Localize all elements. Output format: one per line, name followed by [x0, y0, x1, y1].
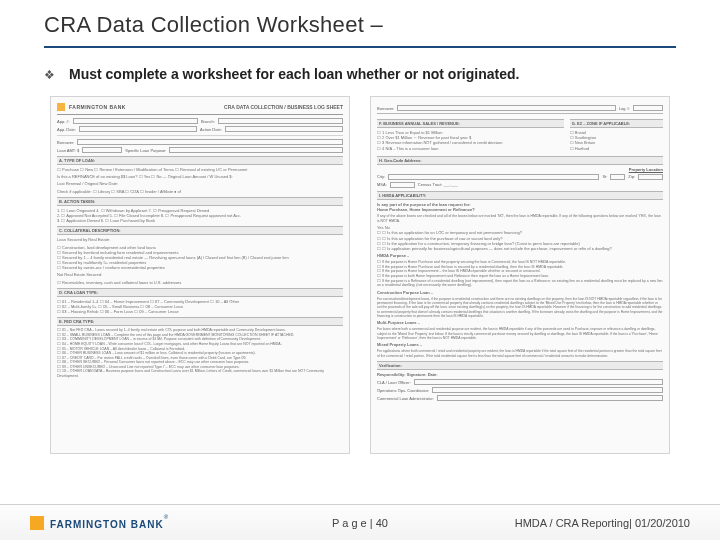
- section-c-opts: ☐ Construction, land development and oth…: [57, 245, 343, 271]
- section-c-nre: Not Real Estate Secured:: [57, 272, 343, 277]
- input-branch[interactable]: [218, 118, 343, 124]
- input-city[interactable]: [388, 174, 599, 180]
- section-d-opts: ☐ 01 – Residential 1–4 ☐ 04 – Home Impro…: [57, 299, 343, 315]
- label-branch: Branch:: [201, 119, 215, 124]
- section-c-nre2: ☐ Receivables, inventory, cash and colla…: [57, 280, 343, 285]
- label-log: Log #:: [619, 106, 630, 111]
- hmda-purpose-head: HMDA Purpose –: [377, 253, 663, 258]
- section-a-check: Check if applicable: ☐ Library ☐ SBA ☐ C…: [57, 189, 343, 194]
- label-city: City:: [377, 174, 385, 179]
- section-i-head: I. HMDA APPLICABILITY:: [377, 191, 663, 200]
- section-b-opts: 1. ☐ Loan Originated 4. ☐ Withdrawn by A…: [57, 208, 343, 224]
- input-loanamt[interactable]: [82, 147, 122, 153]
- forms-area: FARMINGTON BANK CRA DATA COLLECTION / BU…: [0, 90, 720, 454]
- section-i-note: If any of the above boxes are checked an…: [377, 214, 663, 223]
- slide-title: CRA Data Collection Worksheet –: [44, 12, 720, 38]
- section-g-opts: ☐ Bristol ☐ Southington ☐ New Britain ☐ …: [570, 130, 663, 151]
- bullet-text: Must complete a worksheet for each loan …: [69, 66, 519, 82]
- section-d-head: D. CRA LOAN TYPE:: [57, 288, 343, 297]
- mixed-head: Mixed Property Loans –: [377, 342, 663, 347]
- label-msa: MSA:: [377, 182, 387, 187]
- input-actiondate[interactable]: [225, 126, 343, 132]
- input-borrower2[interactable]: [397, 105, 616, 111]
- prop-loc-head: Property Location: [377, 167, 663, 172]
- bullet-row: ❖ Must complete a worksheet for each loa…: [0, 48, 720, 90]
- input-app[interactable]: [73, 118, 198, 124]
- section-h-head: H. Geo-Code Address:: [377, 156, 663, 165]
- section-i-opts: Yes No ☐ ☐ Is this an application for an…: [377, 225, 663, 251]
- section-e-text: ☐ 01 – Not FED CRA – Loans secured by 1–…: [57, 328, 343, 378]
- mixed-body: For applications where both commercial /…: [377, 349, 663, 358]
- label-borrower2: Borrower:: [377, 106, 394, 111]
- form1-app-row: App. #: Branch:: [57, 118, 343, 124]
- input-zip[interactable]: [638, 174, 663, 180]
- section-f-opts: ☐ 1 Less Than or Equal to $1 Million ☐ 2…: [377, 130, 564, 151]
- form1-title: CRA DATA COLLECTION / BUSINESS LOG SHEET: [130, 104, 343, 110]
- footer-meta: HMDA / CRA Reporting| 01/20/2010: [515, 517, 690, 529]
- input-st[interactable]: [610, 174, 625, 180]
- slide-footer: FARMINGTON BANK® P a g e | 40 HMDA / CRA…: [0, 504, 720, 540]
- label-app: App. #:: [57, 119, 70, 124]
- section-i-lead: Is any part of the purpose of the loan r…: [377, 202, 663, 212]
- section-f-head: F. BUSINESS ANNUAL SALES / REVENUE:: [377, 119, 564, 128]
- label-st: St:: [602, 174, 607, 179]
- sig-head: Responsibility: Signature: Date:: [377, 372, 663, 377]
- footer-logo: FARMINGTON BANK®: [30, 514, 168, 532]
- form-page-2: Borrower: Log #: F. BUSINESS ANNUAL SALE…: [370, 96, 670, 454]
- footer-brand-reg: ®: [164, 514, 168, 520]
- form1-header: FARMINGTON BANK CRA DATA COLLECTION / BU…: [57, 103, 343, 115]
- input-borrower[interactable]: [77, 139, 343, 145]
- section-e-head: E. FED CRA TYPE:: [57, 317, 343, 326]
- label-census: Census Tract: ___.___: [418, 182, 458, 187]
- section-c-sub: Loan Secured by Real Estate:: [57, 237, 343, 242]
- section-b-head: B. ACTION TAKEN:: [57, 197, 343, 206]
- footer-page-number: P a g e | 40: [332, 517, 388, 529]
- multi-body: For loans where both a commercial and re…: [377, 327, 663, 340]
- input-sig1[interactable]: [414, 379, 663, 385]
- input-msa[interactable]: [390, 182, 415, 188]
- label-actiondate: Action Date:: [200, 127, 222, 132]
- constr-body: For construction/development loans, if t…: [377, 297, 663, 318]
- section-a-line3: Last Renewal / Original New Date:: [57, 181, 343, 186]
- input-purpose[interactable]: [169, 147, 343, 153]
- form1-brand: FARMINGTON BANK: [69, 104, 126, 110]
- verif-head: Verification:: [377, 361, 663, 370]
- section-a-head: A. TYPE OF LOAN:: [57, 156, 343, 165]
- section-c-head: C. COLLATERAL DESCRIPTION:: [57, 226, 343, 235]
- label-appdate: App. Date:: [57, 127, 76, 132]
- form-page-1: FARMINGTON BANK CRA DATA COLLECTION / BU…: [50, 96, 350, 454]
- slide-header: CRA Data Collection Worksheet –: [0, 0, 720, 42]
- constr-head: Construction Purpose Loan –: [377, 290, 663, 295]
- section-a-opts: ☐ Purchase ☐ New ☐ Renew / Extension / M…: [57, 167, 343, 172]
- form1-appdate-row: App. Date: Action Date:: [57, 126, 343, 132]
- sig3: Commercial Loan Administrator:: [377, 396, 434, 401]
- input-sig3[interactable]: [437, 395, 663, 401]
- multi-head: Multi-Purpose Loans –: [377, 320, 663, 325]
- sig2: Operations Ops. Coordinator:: [377, 388, 429, 393]
- hmda-purpose-body: ☐ If the purpose is Home Purchase and th…: [377, 260, 663, 287]
- bank-logo-icon: [57, 103, 65, 111]
- label-loanamt: Loan AMT: $: [57, 148, 79, 153]
- label-borrower: Borrower:: [57, 140, 74, 145]
- input-appdate[interactable]: [79, 126, 197, 132]
- input-log[interactable]: [633, 105, 663, 111]
- diamond-bullet-icon: ❖: [44, 68, 55, 82]
- label-purpose: Specific Loan Purpose:: [125, 148, 166, 153]
- bank-logo-icon: [30, 516, 44, 530]
- label-zip: Zip:: [628, 174, 635, 179]
- section-a-line2: Is this a REFINANCE of an existing $$ Lo…: [57, 174, 343, 179]
- section-g-head: G. EZ – ZONE IF APPLICABLE:: [570, 119, 663, 128]
- input-sig2[interactable]: [432, 387, 663, 393]
- footer-brand: FARMINGTON BANK: [50, 519, 164, 530]
- sig1: CLA / Loan Officer:: [377, 380, 411, 385]
